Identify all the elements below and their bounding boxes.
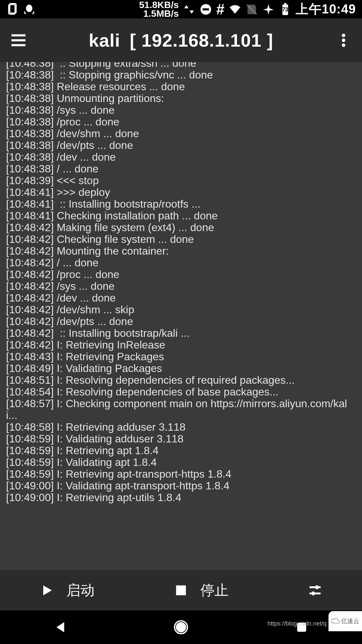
log-line: [10:48:39] <<< stop — [6, 175, 356, 186]
log-line: [10:48:49] I: Validating Packages — [6, 363, 356, 374]
log-line: [10:48:38] /proc ... done — [6, 116, 356, 128]
svg-rect-7 — [284, 3, 286, 4]
svg-point-12 — [342, 39, 345, 42]
terminal-output[interactable]: [10:48:38] :: Stopping extra/ssh ... don… — [0, 62, 362, 570]
log-line: [10:48:42] /proc ... done — [6, 269, 356, 280]
log-line: [10:48:42] :: Installing bootstrap/kali … — [6, 327, 356, 339]
battery-icon: 73 — [279, 3, 292, 16]
sliders-icon — [308, 583, 322, 598]
watermark-badge: 亿速云 — [328, 611, 362, 631]
log-line: [10:48:58] I: Retrieving adduser 3.118 — [6, 421, 356, 433]
stop-icon — [174, 583, 188, 598]
cloud-icon — [331, 618, 340, 625]
log-line: [10:48:38] Unmounting partitions: — [6, 93, 356, 104]
log-line: [10:48:57] I: Checking component main on… — [6, 398, 356, 421]
airplane-icon — [262, 3, 275, 16]
log-line: [10:48:43] I: Retrieving Packages — [6, 351, 356, 363]
log-line: [10:48:42] Making file system (ext4) ...… — [6, 222, 356, 233]
back-button[interactable] — [53, 620, 68, 635]
log-line: [10:48:38] /dev/shm ... done — [6, 128, 356, 140]
log-line: [10:49:00] I: Validating apt-transport-h… — [6, 480, 356, 492]
dnd-icon — [199, 3, 212, 16]
svg-point-11 — [342, 34, 345, 37]
svg-point-20 — [177, 623, 186, 632]
log-line: [10:48:51] I: Resolving dependencies of … — [6, 374, 356, 386]
log-line: [10:48:42] /sys ... done — [6, 280, 356, 292]
app-header: kali [ 192.168.1.101 ] — [0, 18, 362, 62]
start-button[interactable]: 启动 — [40, 581, 95, 600]
start-label: 启动 — [66, 581, 95, 600]
log-line: [10:49:00] I: Retrieving apt-utils 1.8.4 — [6, 492, 356, 503]
profile-name: kali — [89, 30, 120, 50]
log-line: [10:48:42] / ... done — [6, 257, 356, 269]
network-speed: 51.8KB/s1.5MB/s — [139, 1, 179, 18]
log-line: [10:48:59] I: Validating adduser 3.118 — [6, 433, 356, 445]
android-nav-bar — [0, 610, 362, 644]
log-line: [10:48:42] /dev ... done — [6, 292, 356, 304]
log-line: [10:48:41] :: Installing bootstrap/rootf… — [6, 198, 356, 210]
clock: 上午10:49 — [296, 1, 356, 18]
log-line: [10:48:38] :: Stopping graphics/vnc ... … — [6, 69, 356, 81]
log-line: [10:48:42] /dev/pts ... done — [6, 316, 356, 327]
no-sim-icon — [245, 3, 258, 16]
svg-rect-18 — [312, 592, 314, 595]
log-line: [10:48:38] :: Stopping extra/ssh ... don… — [6, 62, 356, 69]
log-line: [10:48:38] / ... done — [6, 163, 356, 175]
watermark-text: https://blog.csdn.net/q — [267, 620, 326, 627]
log-line: [10:48:41] Checking installation path ..… — [6, 210, 356, 222]
android-status-bar: 51.8KB/s1.5MB/s # 73 上午10:49 — [0, 0, 362, 18]
log-line: [10:48:38] /dev ... done — [6, 151, 356, 163]
svg-rect-4 — [203, 8, 209, 10]
log-line: [10:48:59] I: Retrieving apt-transport-h… — [6, 468, 356, 480]
log-line: [10:48:38] /sys ... done — [6, 104, 356, 116]
page-title: kali [ 192.168.1.101 ] — [50, 30, 312, 51]
play-icon — [40, 583, 54, 598]
stop-button[interactable]: 停止 — [174, 581, 229, 600]
log-line: [10:48:54] I: Resolving dependencies of … — [6, 386, 356, 398]
log-line: [10:48:38] Release resources ... done — [6, 81, 356, 93]
log-line: [10:48:42] Mounting the container: — [6, 245, 356, 257]
home-button[interactable] — [173, 620, 189, 635]
profile-ip: [ 192.168.1.101 ] — [130, 30, 273, 50]
log-line: [10:48:59] I: Validating apt 1.8.4 — [6, 457, 356, 468]
log-line: [10:48:38] /dev/pts ... done — [6, 140, 356, 151]
updown-arrows-icon — [183, 3, 195, 16]
svg-rect-16 — [316, 585, 318, 589]
svg-point-13 — [342, 43, 345, 47]
wifi-icon — [229, 3, 241, 16]
more-icon[interactable] — [335, 32, 352, 49]
bottom-toolbar: 启动 停止 — [0, 570, 362, 610]
log-line: [10:48:41] >>> deploy — [6, 186, 356, 198]
document-icon — [6, 3, 19, 16]
log-line: [10:48:42] I: Retrieving InRelease — [6, 339, 356, 351]
settings-button[interactable] — [308, 583, 322, 598]
qq-icon — [23, 3, 36, 16]
svg-point-2 — [26, 4, 33, 12]
menu-icon[interactable] — [10, 32, 27, 49]
log-line: [10:48:59] I: Retrieving apt 1.8.4 — [6, 445, 356, 457]
stop-label: 停止 — [200, 581, 229, 600]
log-line: [10:48:42] /dev/shm ... skip — [6, 304, 356, 316]
root-icon: # — [216, 1, 224, 18]
svg-rect-14 — [176, 585, 186, 595]
log-line: [10:48:42] Checking file system ... done — [6, 233, 356, 245]
